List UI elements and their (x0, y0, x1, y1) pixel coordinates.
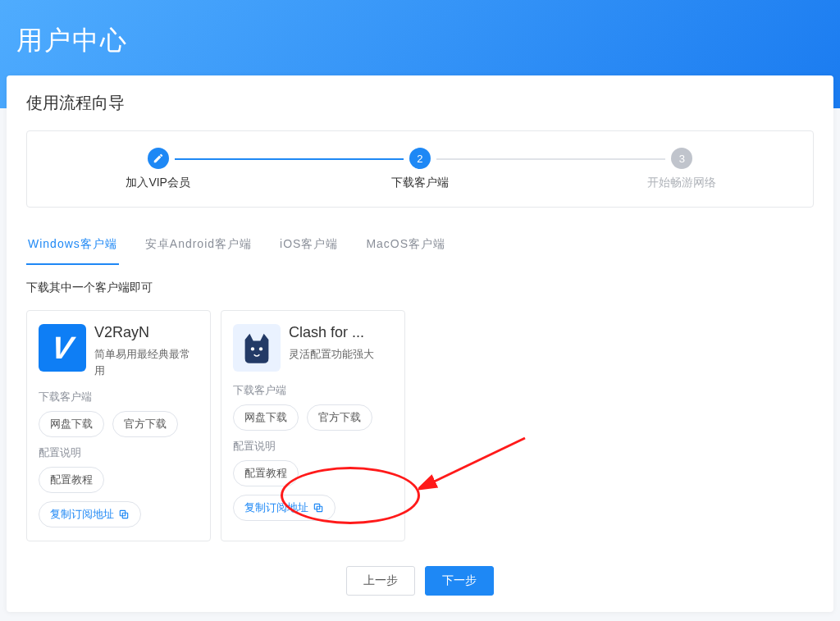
section-download-label: 下载客户端 (39, 390, 199, 404)
svg-line-6 (431, 438, 525, 483)
tab-ios[interactable]: iOS客户端 (278, 231, 340, 265)
next-step-button[interactable]: 下一步 (425, 566, 494, 596)
official-download-button[interactable]: 官方下载 (307, 404, 372, 431)
wizard-card: 使用流程向导 加入VIP会员 2 下载客户端 3 开始畅游网络 Windows客… (7, 75, 833, 612)
copy-subscription-label: 复制订阅地址 (50, 507, 114, 522)
copy-icon (313, 502, 324, 514)
client-list: V V2RayN 简单易用最经典最常用 下载客户端 网盘下载 官方下载 配置说明… (26, 310, 814, 541)
copy-icon (118, 509, 130, 520)
client-card-clash: Clash for ... 灵活配置功能强大 下载客户端 网盘下载 官方下载 配… (221, 310, 405, 541)
page-title: 用户中心 (16, 23, 824, 59)
official-download-button[interactable]: 官方下载 (112, 411, 178, 437)
tab-macos[interactable]: MacOS客户端 (364, 231, 447, 265)
copy-subscription-button[interactable]: 复制订阅地址 (39, 501, 141, 527)
pan-download-button[interactable]: 网盘下载 (39, 411, 104, 437)
config-tutorial-button[interactable]: 配置教程 (39, 467, 104, 493)
copy-subscription-button[interactable]: 复制订阅地址 (233, 495, 336, 521)
tab-windows[interactable]: Windows客户端 (26, 231, 119, 265)
tab-android[interactable]: 安卓Android客户端 (144, 231, 253, 265)
platform-tabs: Windows客户端 安卓Android客户端 iOS客户端 MacOS客户端 (26, 231, 814, 266)
step-3[interactable]: 3 开始畅游网络 (551, 148, 813, 190)
section-download-label: 下载客户端 (233, 383, 393, 398)
client-subtitle: 简单易用最经典最常用 (94, 346, 199, 378)
step-1-label: 加入VIP会员 (27, 176, 289, 190)
download-hint: 下载其中一个客户端即可 (26, 281, 814, 295)
step-1[interactable]: 加入VIP会员 (27, 148, 289, 190)
config-tutorial-button[interactable]: 配置教程 (233, 460, 299, 486)
section-config-label: 配置说明 (39, 445, 199, 460)
step-2-number: 2 (409, 148, 431, 169)
wizard-title: 使用流程向导 (26, 92, 814, 114)
client-card-v2rayn: V V2RayN 简单易用最经典最常用 下载客户端 网盘下载 官方下载 配置说明… (26, 310, 211, 541)
step-2[interactable]: 2 下载客户端 (289, 148, 550, 190)
copy-subscription-label: 复制订阅地址 (244, 500, 308, 515)
step-3-label: 开始畅游网络 (551, 176, 813, 190)
step-2-label: 下载客户端 (289, 176, 550, 190)
wizard-nav: 上一步 下一步 (26, 566, 814, 596)
v2rayn-icon: V (39, 324, 86, 372)
stepper: 加入VIP会员 2 下载客户端 3 开始畅游网络 (26, 130, 814, 208)
svg-point-3 (259, 347, 262, 350)
clash-icon (233, 324, 281, 372)
step-3-number: 3 (671, 148, 692, 169)
client-title: V2RayN (94, 324, 197, 341)
svg-point-2 (251, 347, 254, 350)
section-config-label: 配置说明 (233, 439, 393, 454)
prev-step-button[interactable]: 上一步 (346, 566, 415, 596)
pencil-icon (148, 148, 169, 169)
pan-download-button[interactable]: 网盘下载 (233, 404, 299, 431)
annotation-arrow-icon (418, 434, 541, 500)
client-title: Clash for ... (289, 324, 374, 341)
client-subtitle: 灵活配置功能强大 (289, 346, 374, 363)
